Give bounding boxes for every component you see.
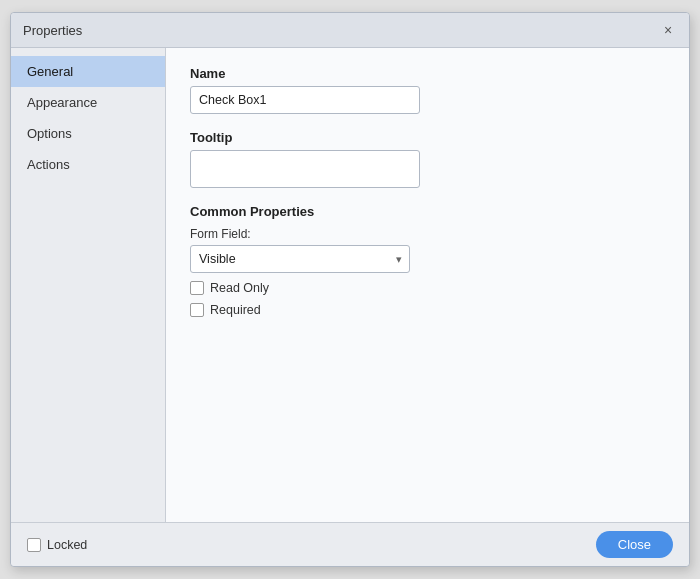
sidebar-item-actions[interactable]: Actions [11,149,165,180]
read-only-label: Read Only [210,281,269,295]
close-button[interactable]: Close [596,531,673,558]
dialog-body: General Appearance Options Actions Name … [11,48,689,522]
read-only-row: Read Only [190,281,665,295]
tooltip-field-group: Tooltip [190,130,665,188]
locked-label: Locked [47,538,87,552]
dialog-footer: Locked Close [11,522,689,566]
read-only-checkbox[interactable] [190,281,204,295]
sidebar-item-general[interactable]: General [11,56,165,87]
form-field-label: Form Field: [190,227,665,241]
locked-row: Locked [27,538,87,552]
tooltip-label: Tooltip [190,130,665,145]
form-field-select-wrapper: Visible Hidden No Print Required ▾ [190,245,410,273]
dialog-close-icon-button[interactable]: × [659,21,677,39]
main-content: Name Tooltip Common Properties Form Fiel… [166,48,689,522]
locked-checkbox[interactable] [27,538,41,552]
common-properties-group: Common Properties Form Field: Visible Hi… [190,204,665,317]
sidebar-item-appearance[interactable]: Appearance [11,87,165,118]
dialog-title: Properties [23,23,82,38]
form-field-select[interactable]: Visible Hidden No Print Required [190,245,410,273]
name-field-group: Name [190,66,665,114]
name-input[interactable] [190,86,420,114]
required-label: Required [210,303,261,317]
dialog-titlebar: Properties × [11,13,689,48]
required-checkbox[interactable] [190,303,204,317]
sidebar-item-options[interactable]: Options [11,118,165,149]
tooltip-input[interactable] [190,150,420,188]
form-field-group: Form Field: Visible Hidden No Print Requ… [190,227,665,273]
name-label: Name [190,66,665,81]
common-properties-title: Common Properties [190,204,665,219]
sidebar: General Appearance Options Actions [11,48,166,522]
required-row: Required [190,303,665,317]
properties-dialog: Properties × General Appearance Options … [10,12,690,567]
